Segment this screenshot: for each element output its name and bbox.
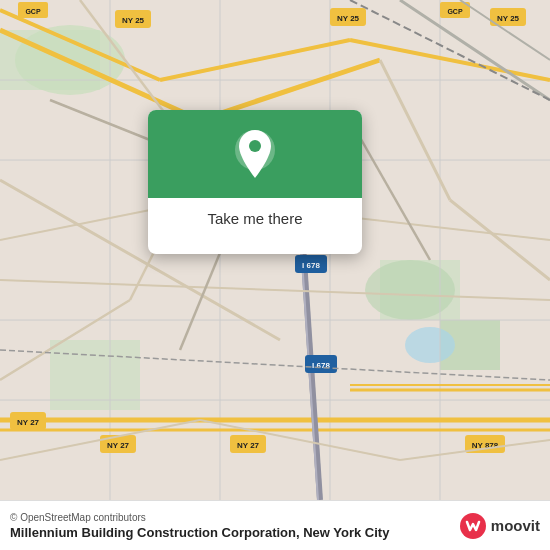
location-pin-icon [233,128,277,180]
svg-point-6 [365,260,455,320]
svg-text:I 678: I 678 [302,261,320,270]
popup-header [148,110,362,198]
svg-text:GCP: GCP [25,8,41,15]
svg-text:NY 27: NY 27 [107,441,130,450]
map-view: NY 25 NY 25 NY 25 GCP GCP NY 27 NY 27 NY… [0,0,550,500]
svg-text:I 678: I 678 [312,361,330,370]
company-name: Millennium Building Construction Corpora… [10,525,453,540]
take-me-there-button[interactable]: Take me there [191,198,318,239]
svg-text:NY 27: NY 27 [237,441,260,450]
svg-text:GCP: GCP [447,8,463,15]
location-popup: Take me there [148,110,362,254]
svg-text:NY 25: NY 25 [122,16,145,25]
osm-copyright: © OpenStreetMap contributors [10,512,453,523]
svg-point-69 [249,140,261,152]
moovit-logo: moovit [459,512,540,540]
moovit-logo-icon [459,512,487,540]
svg-text:NY 27: NY 27 [17,418,40,427]
svg-text:NY 25: NY 25 [337,14,360,23]
bottom-bar: © OpenStreetMap contributors Millennium … [0,500,550,550]
popup-pointer [243,238,267,254]
moovit-text: moovit [491,517,540,534]
svg-text:NY 25: NY 25 [497,14,520,23]
svg-point-7 [405,327,455,363]
